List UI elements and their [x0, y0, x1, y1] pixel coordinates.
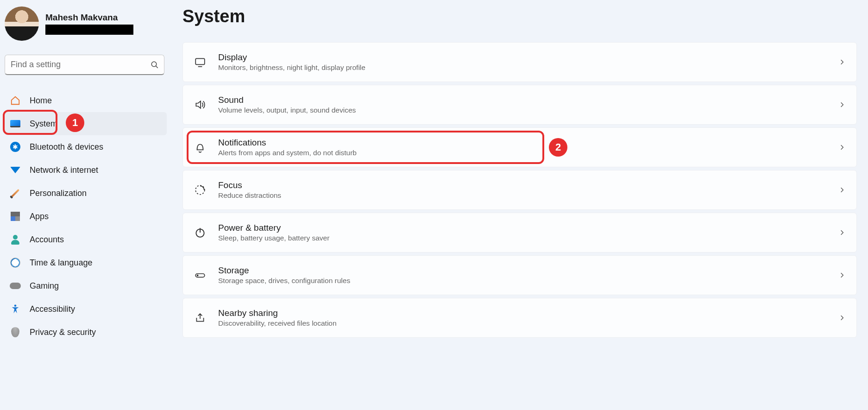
bell-icon: [194, 141, 206, 153]
sidebar: Mahesh Makvana Home System: [0, 0, 171, 410]
profile-email-redacted: [45, 25, 133, 35]
svg-point-0: [151, 62, 157, 67]
chevron-right-icon: [839, 59, 845, 65]
sidebar-item-label: Home: [30, 96, 52, 106]
svg-rect-3: [195, 58, 205, 64]
sidebar-item-apps[interactable]: Apps: [5, 205, 167, 228]
sidebar-item-label: System: [30, 119, 57, 129]
sidebar-item-time[interactable]: Time & language: [5, 251, 167, 274]
sidebar-item-personalization[interactable]: Personalization: [5, 182, 167, 205]
sidebar-item-bluetooth[interactable]: ✱ Bluetooth & devices: [5, 135, 167, 158]
sidebar-item-network[interactable]: Network & internet: [5, 158, 167, 182]
apps-icon: [9, 210, 21, 222]
storage-icon: [194, 269, 206, 281]
page-title: System: [182, 6, 857, 26]
main-content: System Display Monitors, brightness, nig…: [171, 0, 868, 410]
sidebar-item-label: Privacy & security: [30, 328, 96, 337]
chevron-right-icon: [839, 315, 845, 321]
sidebar-nav: Home System 1 ✱ Bluetooth & devices Netw…: [5, 89, 167, 344]
search-box[interactable]: [5, 55, 164, 75]
search-icon: [145, 61, 164, 69]
sidebar-item-home[interactable]: Home: [5, 89, 167, 112]
sidebar-item-label: Time & language: [30, 258, 92, 268]
sidebar-item-accounts[interactable]: Accounts: [5, 228, 167, 251]
avatar: [5, 6, 39, 41]
gaming-icon: [9, 280, 21, 292]
setting-title: Power & battery: [218, 223, 329, 233]
network-icon: [9, 164, 21, 176]
sidebar-item-label: Bluetooth & devices: [30, 142, 103, 152]
sidebar-item-gaming[interactable]: Gaming: [5, 274, 167, 297]
setting-title: Focus: [218, 180, 281, 190]
setting-title: Storage: [218, 265, 350, 276]
sidebar-item-label: Apps: [30, 212, 49, 221]
personalization-icon: [9, 187, 21, 199]
sidebar-item-system[interactable]: System 1: [5, 112, 167, 135]
home-icon: [9, 95, 21, 107]
setting-desc: Reduce distractions: [218, 191, 281, 200]
svg-point-9: [197, 275, 198, 276]
power-icon: [194, 227, 206, 239]
setting-storage[interactable]: Storage Storage space, drives, configura…: [182, 255, 857, 295]
setting-desc: Storage space, drives, configuration rul…: [218, 277, 350, 285]
setting-power[interactable]: Power & battery Sleep, battery usage, ba…: [182, 213, 857, 252]
sidebar-item-accessibility[interactable]: Accessibility: [5, 297, 167, 321]
profile-block[interactable]: Mahesh Makvana: [5, 5, 167, 46]
settings-list: Display Monitors, brightness, night ligh…: [182, 42, 857, 338]
search-input[interactable]: [5, 60, 145, 69]
setting-title: Nearby sharing: [218, 308, 337, 318]
setting-desc: Discoverability, received files location: [218, 319, 337, 328]
chevron-right-icon: [839, 187, 845, 193]
setting-desc: Sleep, battery usage, battery saver: [218, 234, 329, 242]
display-icon: [194, 56, 206, 68]
setting-title: Display: [218, 52, 365, 63]
accounts-icon: [9, 233, 21, 246]
profile-name: Mahesh Makvana: [45, 13, 133, 23]
setting-desc: Monitors, brightness, night light, displ…: [218, 63, 365, 72]
svg-point-2: [14, 304, 17, 307]
sidebar-item-label: Personalization: [30, 189, 87, 198]
setting-title: Sound: [218, 95, 356, 105]
annotation-badge-1: 1: [66, 114, 84, 132]
sidebar-item-label: Accessibility: [30, 304, 75, 314]
share-icon: [194, 312, 206, 324]
svg-point-5: [195, 185, 205, 195]
setting-notifications[interactable]: Notifications Alerts from apps and syste…: [182, 127, 857, 167]
privacy-icon: [9, 326, 21, 338]
annotation-badge-2: 2: [549, 138, 567, 157]
sidebar-item-privacy[interactable]: Privacy & security: [5, 321, 167, 344]
chevron-right-icon: [839, 144, 845, 151]
sidebar-item-label: Network & internet: [30, 165, 98, 175]
system-icon: [9, 118, 21, 130]
setting-nearby-sharing[interactable]: Nearby sharing Discoverability, received…: [182, 298, 857, 338]
sound-icon: [194, 99, 206, 111]
setting-display[interactable]: Display Monitors, brightness, night ligh…: [182, 42, 857, 82]
setting-title: Notifications: [218, 138, 357, 148]
chevron-right-icon: [839, 272, 845, 278]
accessibility-icon: [9, 303, 21, 315]
setting-desc: Alerts from apps and system, do not dist…: [218, 149, 357, 157]
sidebar-item-label: Gaming: [30, 281, 59, 291]
chevron-right-icon: [839, 229, 845, 236]
setting-sound[interactable]: Sound Volume levels, output, input, soun…: [182, 85, 857, 125]
bluetooth-icon: ✱: [9, 141, 21, 153]
setting-desc: Volume levels, output, input, sound devi…: [218, 106, 356, 114]
chevron-right-icon: [839, 101, 845, 108]
focus-icon: [194, 184, 206, 196]
setting-focus[interactable]: Focus Reduce distractions: [182, 170, 857, 210]
svg-line-1: [156, 66, 158, 68]
time-icon: [9, 257, 21, 269]
sidebar-item-label: Accounts: [30, 235, 64, 245]
